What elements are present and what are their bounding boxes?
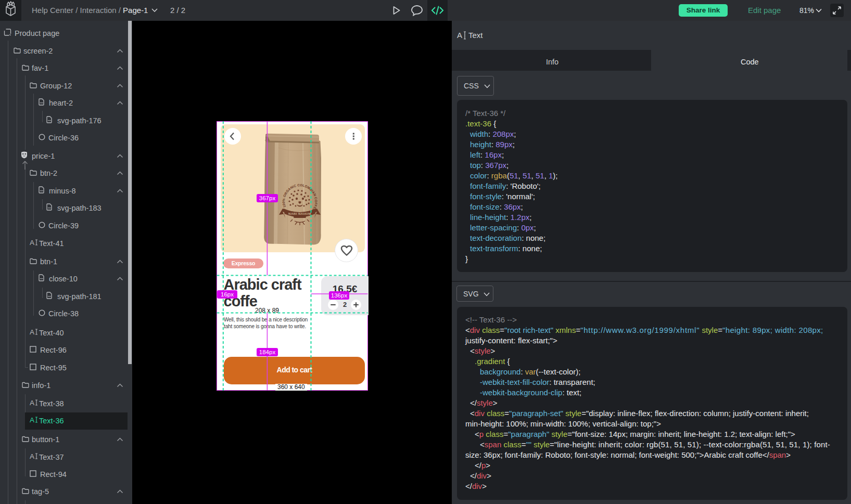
- svg-text:A: A: [30, 453, 34, 460]
- svg-text:A: A: [30, 239, 34, 246]
- svg-text:A: A: [30, 399, 34, 406]
- svg-text:A: A: [457, 31, 462, 40]
- svg-text:A: A: [30, 416, 34, 423]
- svg-text:A: A: [30, 328, 34, 335]
